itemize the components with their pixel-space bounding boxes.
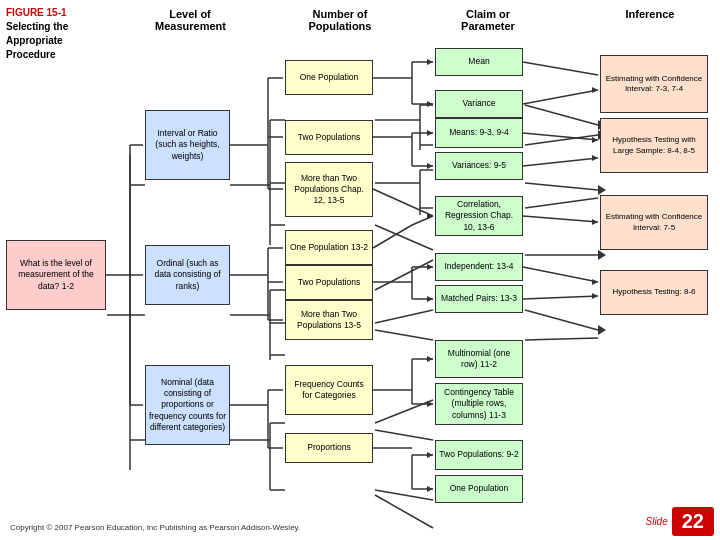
svg-line-27: [375, 225, 433, 250]
figure-title: FIGURE 15-1 Selecting theAppropriateProc…: [6, 6, 68, 62]
svg-line-28: [375, 260, 433, 290]
slide-number: 22: [672, 507, 714, 536]
figure-number: FIGURE 15-1: [6, 7, 67, 18]
claim-independent-box: Independent: 13-4: [435, 253, 523, 281]
num-pop-two-1-box: Two Populations: [285, 120, 373, 155]
col-header-claim: Claim orParameter: [448, 8, 528, 32]
question-box: What is the level of measurement of the …: [6, 240, 106, 310]
level-nominal-box: Nominal (data consisting of proportions …: [145, 365, 230, 445]
claim-contingency-box: Contingency Table (multiple rows, column…: [435, 383, 523, 425]
figure-subtitle: Selecting theAppropriateProcedure: [6, 21, 68, 60]
svg-line-44: [525, 310, 598, 330]
num-pop-freq-box: Frequency Counts for Categories: [285, 365, 373, 415]
svg-marker-63: [427, 59, 433, 65]
claim-matched-box: Matched Pairs: 13-3: [435, 285, 523, 313]
svg-line-39: [525, 183, 598, 190]
svg-marker-40: [598, 185, 606, 195]
claim-variances-95-box: Variances: 9-5: [435, 152, 523, 180]
slide-badge: Slide 22: [646, 507, 715, 536]
svg-line-32: [375, 430, 433, 440]
svg-line-50: [523, 133, 598, 140]
level-ordinal-box: Ordinal (such as data consisting of rank…: [145, 245, 230, 305]
inference-hyp-86-box: Hypothesis Testing: 8-6: [600, 270, 708, 315]
num-pop-proportions-box: Proportions: [285, 433, 373, 463]
svg-marker-71: [427, 163, 433, 169]
claim-variance-box: Variance: [435, 90, 523, 118]
page: Level ofMeasurement Number ofPopulations…: [0, 0, 720, 540]
svg-marker-59: [592, 293, 598, 299]
claim-mean-box: Mean: [435, 48, 523, 76]
svg-marker-45: [598, 325, 606, 335]
num-pop-one-2-box: One Population 13-2: [285, 230, 373, 265]
svg-marker-43: [598, 250, 606, 260]
inference-est-ci-7374-box: Estimating with Confidence Interval: 7-3…: [600, 55, 708, 113]
svg-marker-69: [427, 130, 433, 136]
svg-marker-93: [427, 486, 433, 492]
svg-line-41: [525, 198, 598, 208]
svg-line-54: [523, 216, 598, 222]
copyright-text: Copyright © 2007 Pearson Education, Inc …: [10, 523, 300, 532]
claim-means-93-box: Means: 9-3, 9-4: [435, 118, 523, 148]
svg-line-35: [525, 105, 598, 125]
svg-marker-65: [427, 101, 433, 107]
svg-line-48: [523, 90, 598, 104]
col-header-numpop: Number ofPopulations: [300, 8, 380, 32]
inference-hyp-large-box: Hypothesis Testing with Large Sample: 8-…: [600, 118, 708, 173]
claim-correlation-box: Correlation, Regression Chap. 10, 13-6: [435, 196, 523, 236]
svg-line-72: [373, 189, 433, 216]
num-pop-one-1-box: One Population: [285, 60, 373, 95]
svg-line-33: [375, 490, 433, 500]
num-pop-two-2-box: Two Populations: [285, 265, 373, 300]
svg-line-56: [523, 267, 598, 282]
svg-marker-49: [592, 87, 598, 93]
svg-marker-53: [592, 155, 598, 161]
svg-marker-57: [592, 279, 598, 285]
col-header-level: Level ofMeasurement: [155, 8, 225, 32]
svg-line-75: [412, 216, 433, 225]
svg-marker-51: [592, 137, 598, 143]
svg-line-74: [373, 225, 412, 248]
slide-label: Slide: [646, 516, 668, 527]
inference-est-ci-75-box: Estimating with Confidence Interval: 7-5: [600, 195, 708, 250]
svg-line-31: [375, 400, 433, 423]
svg-marker-81: [427, 296, 433, 302]
svg-marker-91: [427, 452, 433, 458]
svg-line-37: [525, 135, 598, 145]
claim-one-pop-bottom-box: One Population: [435, 475, 523, 503]
claim-multinomial-box: Multinomial (one row) 11-2: [435, 340, 523, 378]
svg-line-52: [523, 158, 598, 166]
svg-marker-85: [427, 356, 433, 362]
svg-line-29: [375, 310, 433, 323]
num-pop-more-2-box: More than Two Populations 13-5: [285, 300, 373, 340]
svg-line-47: [523, 62, 598, 75]
svg-line-34: [375, 495, 433, 528]
svg-line-30: [375, 330, 433, 340]
claim-two-pop-box: Two Populations: 9-2: [435, 440, 523, 470]
svg-marker-79: [427, 264, 433, 270]
svg-marker-55: [592, 219, 598, 225]
num-pop-more-1-box: More than Two Populations Chap. 12, 13-5: [285, 162, 373, 217]
level-interval-box: Interval or Ratio (such as heights, weig…: [145, 110, 230, 180]
svg-line-46: [525, 338, 598, 340]
svg-marker-73: [427, 213, 433, 219]
col-header-inference: Inference: [605, 8, 695, 20]
svg-line-58: [523, 296, 598, 299]
svg-marker-87: [427, 401, 433, 407]
